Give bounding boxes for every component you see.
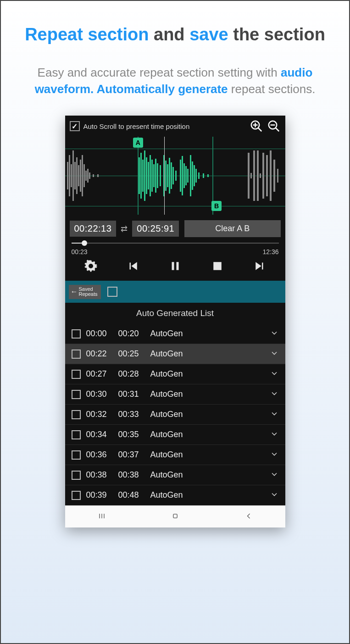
row-checkbox[interactable] (72, 430, 81, 439)
row-start-time: 00:30 (86, 389, 113, 399)
row-start-time: 00:22 (86, 349, 113, 359)
saved-repeats-button[interactable]: ← Saved Repeats (69, 285, 101, 299)
row-checkbox[interactable] (72, 450, 81, 460)
row-expand[interactable] (270, 470, 279, 480)
row-expand[interactable] (270, 389, 279, 400)
skip-next-icon (253, 259, 267, 273)
svg-rect-10 (72, 150, 74, 201)
svg-rect-67 (173, 514, 177, 518)
row-start-time: 00:39 (86, 490, 113, 500)
row-checkbox[interactable] (72, 471, 81, 480)
svg-rect-42 (182, 156, 183, 195)
svg-rect-14 (80, 160, 81, 192)
svg-rect-29 (151, 160, 153, 192)
row-checkbox[interactable] (72, 410, 81, 419)
row-checkbox[interactable] (72, 390, 81, 399)
row-start-time: 00:34 (86, 430, 113, 439)
marker-b-label: B (211, 201, 222, 211)
nav-back-button[interactable] (244, 511, 253, 522)
row-expand[interactable] (270, 349, 279, 359)
nav-home-button[interactable] (171, 511, 180, 522)
promo-sub-1: Easy and accurate repeat section setting… (38, 66, 281, 79)
promo-sub-2: repeat sections. (228, 82, 316, 96)
gear-icon (84, 259, 98, 273)
seek-slider[interactable] (72, 243, 279, 244)
zoom-out-icon[interactable] (267, 119, 281, 133)
list-item[interactable]: 00:2200:25AutoGen (65, 344, 285, 364)
svg-rect-63 (213, 262, 222, 271)
nav-recents-button[interactable] (97, 511, 106, 522)
prev-button[interactable] (126, 259, 140, 274)
svg-rect-24 (142, 160, 144, 192)
row-start-time: 00:32 (86, 410, 113, 419)
row-expand[interactable] (270, 369, 279, 379)
system-navbar (65, 505, 285, 527)
row-expand[interactable] (270, 490, 279, 500)
list-item[interactable]: 00:0000:20AutoGen (65, 324, 285, 344)
row-end-time: 00:28 (118, 369, 145, 379)
playhead (164, 137, 165, 215)
svg-rect-61 (273, 160, 275, 192)
list-item[interactable]: 00:3900:48AutoGen (65, 485, 285, 505)
svg-rect-23 (140, 153, 142, 199)
row-expand[interactable] (270, 328, 279, 339)
marker-a[interactable]: A (138, 137, 139, 215)
nav-back-icon (244, 511, 253, 521)
svg-rect-13 (78, 165, 79, 186)
swap-ab-icon[interactable]: ⇄ (120, 224, 128, 234)
marker-b[interactable]: B (212, 137, 213, 215)
svg-rect-57 (260, 173, 261, 178)
svg-rect-43 (183, 163, 185, 188)
list-item[interactable]: 00:2700:28AutoGen (65, 364, 285, 384)
row-start-time: 00:36 (86, 450, 113, 460)
row-end-time: 00:20 (118, 329, 145, 339)
svg-rect-27 (148, 162, 149, 189)
list-item[interactable]: 00:3200:33AutoGen (65, 405, 285, 425)
row-end-time: 00:48 (118, 490, 145, 500)
stop-icon (211, 259, 224, 273)
settings-button[interactable] (84, 259, 98, 274)
row-checkbox[interactable] (72, 329, 81, 339)
select-all-checkbox[interactable] (107, 287, 117, 297)
row-checkbox[interactable] (72, 350, 81, 359)
list-item[interactable]: 00:3400:35AutoGen (65, 425, 285, 445)
row-expand[interactable] (270, 450, 279, 460)
row-checkbox[interactable] (72, 370, 81, 379)
promo-text-1: and (149, 25, 189, 44)
time-a-box[interactable]: 00:22:13 (70, 221, 117, 237)
row-end-time: 00:31 (118, 389, 145, 399)
list-item[interactable]: 00:3800:38AutoGen (65, 465, 285, 485)
svg-rect-26 (146, 157, 147, 194)
chevron-down-icon (270, 409, 279, 418)
svg-rect-15 (82, 155, 83, 196)
autoscroll-checkbox[interactable] (70, 121, 80, 131)
waveform-area[interactable]: A B (65, 137, 285, 215)
row-expand[interactable] (270, 409, 279, 420)
svg-rect-11 (74, 162, 76, 189)
chevron-down-icon (270, 369, 279, 378)
svg-rect-25 (144, 150, 145, 201)
list-item[interactable]: 00:3600:37AutoGen (65, 445, 285, 465)
row-expand[interactable] (270, 429, 279, 440)
clear-ab-button[interactable]: Clear A B (184, 220, 280, 237)
svg-rect-52 (207, 174, 209, 177)
app-screen: Auto Scroll to present time position (65, 116, 285, 527)
row-start-time: 00:38 (86, 470, 113, 480)
zoom-in-icon[interactable] (250, 119, 263, 133)
row-end-time: 00:33 (118, 410, 145, 419)
row-label: AutoGen (150, 329, 264, 339)
nav-recents-icon (97, 511, 106, 521)
time-b-box[interactable]: 00:25:91 (132, 221, 179, 237)
svg-rect-18 (87, 169, 89, 183)
top-bar: Auto Scroll to present time position (65, 116, 285, 137)
svg-rect-60 (270, 150, 272, 201)
chevron-down-icon (270, 470, 279, 479)
next-button[interactable] (253, 259, 267, 274)
stop-button[interactable] (211, 259, 224, 274)
row-checkbox[interactable] (72, 491, 81, 500)
row-label: AutoGen (150, 470, 264, 480)
svg-rect-53 (248, 153, 250, 199)
list-item[interactable]: 00:3000:31AutoGen (65, 384, 285, 405)
skip-previous-icon (126, 259, 140, 273)
pause-button[interactable] (168, 259, 182, 274)
